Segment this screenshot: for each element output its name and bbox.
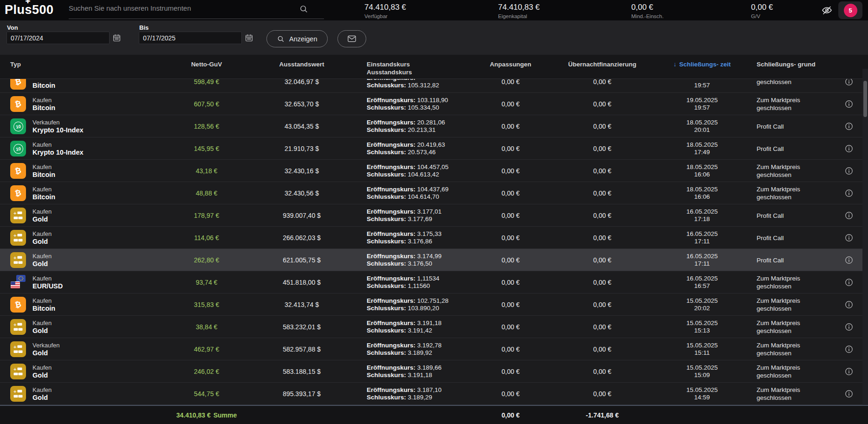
to-date-calendar-button[interactable] [245,34,253,42]
info-button[interactable] [845,390,853,398]
gold-icon: + [10,319,26,335]
net-pl-value: 178,97 € [155,204,258,227]
trade-side: Kaufen [32,230,52,238]
notifications-badge-button[interactable]: 5 [838,1,862,19]
table-row[interactable]: + Kaufen Gold 38,84 € 583.232,01 $ Eröff… [0,316,862,338]
info-button[interactable] [845,323,853,331]
table-row[interactable]: Kaufen EUR/USD 93,74 € 451.818,00 $ Eröf… [0,271,862,294]
table-row[interactable]: + Verkaufen Gold 462,97 € 582.957,88 $ E… [0,338,862,360]
trade-side: Kaufen [32,208,52,215]
info-button[interactable] [845,345,853,353]
info-button[interactable] [845,167,853,175]
open-close-prices: Eröffnungskurs: 104.437,69 Schlusskurs: … [346,182,483,204]
net-pl-value: 462,97 € [155,338,258,360]
net-pl-value: 93,74 € [155,271,258,294]
info-button[interactable] [845,122,853,130]
hide-balances-button[interactable] [821,5,833,16]
instrument-name: EUR/USD [32,282,63,290]
table-row[interactable]: ₿ Kaufen Bitcoin 48,88 € 32.430,56 $ Erö… [0,182,862,204]
svg-text:₿: ₿ [14,79,22,87]
gold-icon: + [10,252,26,268]
net-pl-value: 607,50 € [155,93,258,115]
info-button[interactable] [845,100,853,108]
info-button[interactable] [845,278,853,287]
gold-icon: + [10,364,26,379]
outstanding-value: 895.393,17 $ [258,383,346,405]
close-time: 15.05.2025 15:09 [666,360,738,383]
from-date-input[interactable] [6,32,110,44]
from-date-calendar-button[interactable] [113,34,121,42]
stat-equity: 74.410,83 € Eigenkapital [498,3,540,19]
open-close-prices: Eröffnungskurs: Schlusskurs: 105.312,82 [346,79,483,93]
outstanding-value: 32.046,97 $ [258,79,346,93]
table-row[interactable]: + Kaufen Gold 114,06 € 266.062,03 $ Eröf… [0,227,862,249]
outstanding-value: 43.054,35 $ [258,115,346,137]
adjustments-value: 0,00 € [483,227,538,249]
close-reason: Zum Marktpreis geschlossen [738,316,836,338]
adjustments-value: 0,00 € [483,249,538,271]
search-button[interactable] [299,5,308,13]
info-icon [845,256,853,264]
outstanding-value: 583.188,15 $ [258,360,346,383]
open-close-prices: Eröffnungskurs: 20.419,63 Schlusskurs: 2… [346,137,483,160]
outstanding-value: 582.957,88 $ [258,338,346,360]
from-date-label: Von [7,24,18,31]
info-icon [845,189,853,197]
table-header: Typ Netto-GuV Ausstandswert Einstandskur… [0,55,868,79]
column-header-schliessungszeit-sorted[interactable]: ↓ Schließungs- zeit [666,55,738,76]
to-date-input[interactable] [139,32,242,44]
column-header-ausstandswert[interactable]: Ausstandswert [258,55,346,76]
info-button[interactable] [845,300,853,309]
outstanding-value: 32.413,74 $ [258,294,346,316]
info-button[interactable] [845,189,853,197]
show-button[interactable]: Anzeigen [266,30,328,47]
info-button[interactable] [845,234,853,242]
table-row[interactable]: 10 Kaufen Krypto 10-Index 145,95 € 21.91… [0,137,862,160]
table-row[interactable]: + Kaufen Gold 544,75 € 895.393,17 $ Eröf… [0,383,862,405]
table-row[interactable]: + Kaufen Gold 262,80 € 621.005,75 $ Eröf… [0,249,862,271]
info-button[interactable] [845,144,853,153]
info-button[interactable] [845,367,853,376]
net-pl-value: 128,56 € [155,115,258,137]
bitcoin-icon: ₿ [10,163,26,179]
outstanding-value: 583.232,01 $ [258,316,346,338]
info-button[interactable] [845,211,853,220]
summary-overnight-funding: -1.741,68 € [538,406,666,424]
table-row[interactable]: ₿ Bitcoin 598,49 € 32.046,97 $ Eröffnung… [0,79,862,93]
column-header-anpassungen[interactable]: Anpassungen [483,55,538,76]
overnight-funding-value: 0,00 € [538,93,666,115]
column-header-kurse[interactable]: Einstandskurs Ausstandskurs [346,55,483,76]
open-close-prices: Eröffnungskurs: 104.457,05 Schlusskurs: … [346,160,483,182]
stat-pl: 0,00 € G/V [751,3,773,19]
close-reason: Profit Call [738,115,836,137]
column-header-schliessungsgrund[interactable]: Schließungs- grund [738,55,836,76]
close-reason: Profit Call [738,137,836,160]
overnight-funding-value: 0,00 € [538,316,666,338]
close-time: 15.05.2025 15:11 [666,338,738,360]
table-row[interactable]: ₿ Kaufen Bitcoin 607,50 € 32.653,70 $ Er… [0,93,862,115]
info-button[interactable] [845,256,853,264]
search-input[interactable] [69,4,291,12]
info-button[interactable] [845,79,853,86]
info-icon [845,167,853,175]
trade-side: Kaufen [32,297,55,305]
table-row[interactable]: + Kaufen Gold 246,02 € 583.188,15 $ Eröf… [0,360,862,383]
column-header-typ[interactable]: Typ [0,55,155,76]
table-row[interactable]: 10 Verkaufen Krypto 10-Index 128,56 € 43… [0,115,862,137]
overnight-funding-value: 0,00 € [538,383,666,405]
adjustments-value: 0,00 € [483,294,538,316]
column-header-uebernachtfinanzierung[interactable]: Übernachtfinanzierung [538,55,666,76]
table-row[interactable]: + Kaufen Gold 178,97 € 939.007,40 $ Eröf… [0,204,862,227]
vertical-scrollbar-track[interactable] [862,69,868,405]
overnight-funding-value: 0,00 € [538,160,666,182]
instrument-name: Krypto 10-Index [32,149,84,157]
notification-count-badge: 5 [844,4,857,17]
email-report-button[interactable] [337,30,366,47]
date-filter-bar: Von Bis Anzeigen [0,20,868,55]
table-row[interactable]: ₿ Kaufen Bitcoin 43,18 € 32.430,16 $ Erö… [0,160,862,182]
vertical-scrollbar-thumb[interactable] [863,81,867,117]
stat-label: Eigenkapital [498,13,540,19]
table-row[interactable]: ₿ Kaufen Bitcoin 315,83 € 32.413,74 $ Er… [0,294,862,316]
column-header-netto-guv[interactable]: Netto-GuV [155,55,258,76]
close-reason: geschlossen [738,79,836,93]
